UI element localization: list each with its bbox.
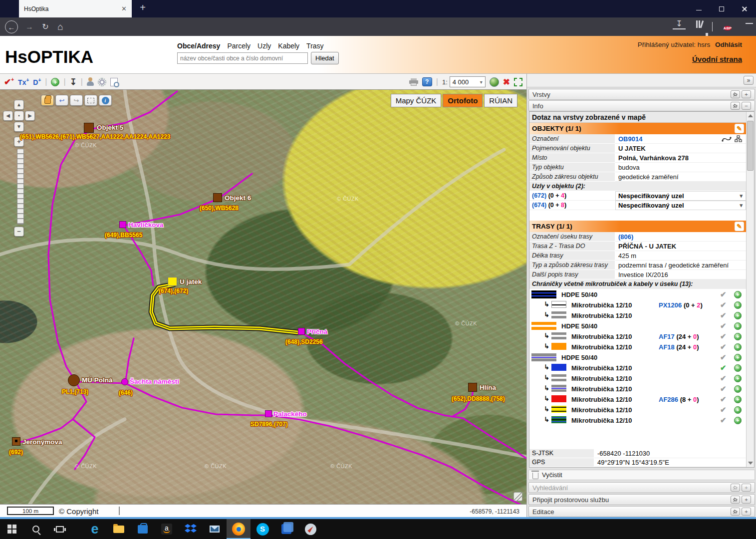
pin-icon[interactable] [731, 484, 740, 492]
zoom-out-button[interactable]: − [14, 227, 24, 237]
marker-hlina[interactable] [468, 383, 477, 392]
user-tool-icon[interactable] [87, 77, 94, 86]
globe-icon[interactable] [490, 77, 499, 87]
add-circle-icon[interactable]: + [734, 385, 742, 393]
add-circle-icon[interactable]: + [734, 301, 742, 309]
panel-pripojit[interactable]: Připojit prostorovou službu + [528, 494, 755, 505]
expand-button[interactable]: + [742, 90, 751, 98]
home-icon[interactable]: ⌂ [54, 20, 67, 33]
panel-vyhledavani[interactable]: Vyhledávání + [528, 482, 755, 493]
taskbar-firefox[interactable] [227, 519, 251, 539]
pin-icon[interactable] [731, 102, 740, 110]
collapse-panel-button[interactable]: − [742, 102, 751, 110]
marker-objekt-6[interactable] [213, 193, 222, 202]
back-icon[interactable]: ← [5, 20, 18, 33]
pan-center-button[interactable]: ▪ [14, 111, 24, 121]
pan-right-button[interactable]: ▶ [25, 111, 35, 121]
visibility-check-icon[interactable]: ✔ [720, 321, 727, 330]
new-tab-button[interactable]: + [136, 2, 150, 13]
visibility-check-icon[interactable]: ✔ [720, 290, 727, 299]
zoom-slider[interactable] [17, 149, 24, 225]
view-forward-button[interactable]: ↪ [70, 95, 83, 106]
cable-link[interactable]: AF286 [659, 396, 678, 403]
taskbar-dropbox[interactable] [179, 519, 203, 539]
add-circle-icon[interactable]: + [734, 343, 742, 351]
logout-link[interactable]: Odhlásit [715, 41, 742, 48]
expand-button[interactable]: + [742, 508, 751, 516]
window-close-button[interactable] [733, 0, 756, 17]
map-resize-handle[interactable] [513, 492, 522, 501]
object-id-link[interactable]: OB9014 [618, 135, 642, 143]
window-minimize-button[interactable] [687, 0, 710, 17]
basemap-ruian[interactable]: RÚIAN [484, 94, 517, 107]
remove-circle-icon[interactable]: − [734, 364, 742, 372]
add-circle-icon[interactable]: + [734, 333, 742, 340]
measure-tool-button[interactable] [84, 95, 97, 106]
visibility-check-icon[interactable]: ✔ [720, 395, 727, 404]
add-circle-icon[interactable]: + [734, 375, 742, 382]
sidebar-collapse-button[interactable]: » [744, 76, 754, 85]
add-text-icon[interactable]: Tx+ [18, 77, 29, 86]
marker-havlickova[interactable] [119, 221, 126, 228]
marker-u-jatek[interactable] [168, 277, 177, 286]
window-maximize-button[interactable] [710, 0, 733, 17]
browser-tab[interactable]: HsOptika ✕ [19, 0, 132, 17]
marker-objekt-5[interactable] [84, 123, 94, 133]
taskbar-skype[interactable]: S [251, 519, 274, 539]
print-icon[interactable] [409, 78, 418, 86]
cable-link[interactable]: AF17 [659, 333, 675, 340]
basemap-mapy-cuzk[interactable]: Mapy ČÚZK [391, 94, 442, 107]
view-back-button[interactable]: ↩ [55, 95, 68, 106]
marker-mu-polna[interactable] [68, 374, 80, 386]
marker-jeronymova[interactable] [12, 437, 20, 446]
nav-kabely[interactable]: Kabely [278, 42, 299, 50]
pan-tool-button[interactable] [41, 95, 54, 106]
marker-sachta-namesti[interactable] [121, 378, 128, 385]
taskbar-search-button[interactable] [24, 519, 48, 539]
node-id-link[interactable]: (672) [532, 192, 546, 199]
cable-link[interactable]: AF18 [659, 343, 675, 351]
scale-select[interactable]: 4 000 ▾ [450, 76, 486, 87]
add-circle-icon[interactable]: + [734, 406, 742, 414]
node-type-select[interactable]: Nespecifikovaný uzel▾ [615, 191, 746, 201]
sidebar-toggle-icon[interactable] [706, 20, 719, 33]
panel-info[interactable]: Info − [528, 100, 755, 111]
downloads-icon[interactable]: ↧ [673, 20, 686, 29]
edit-route-button[interactable]: ✎ [735, 222, 744, 231]
add-circle-icon[interactable]: + [734, 354, 742, 361]
expand-button[interactable]: + [742, 484, 751, 492]
nav-uzly[interactable]: Uzly [257, 42, 271, 50]
visibility-check-icon[interactable]: ✔ [720, 405, 727, 414]
pan-up-button[interactable]: ▲ [14, 100, 24, 110]
taskbar-edge[interactable]: e [83, 519, 107, 539]
help-icon[interactable]: ? [422, 77, 432, 86]
library-icon[interactable] [690, 20, 703, 33]
menu-icon[interactable] [739, 20, 752, 33]
task-view-button[interactable] [48, 519, 72, 539]
add-detail-icon[interactable]: D+ [33, 77, 41, 86]
reload-icon[interactable]: ↻ [39, 20, 52, 33]
adblock-icon[interactable]: ABP [721, 20, 734, 33]
pin-icon[interactable] [731, 496, 740, 504]
start-button[interactable] [0, 519, 24, 539]
cable-link[interactable]: PX1206 [659, 301, 682, 309]
hierarchy-icon[interactable] [735, 135, 742, 142]
clear-selection-icon[interactable]: ✖ [503, 77, 510, 87]
export-icon[interactable]: ↧ [70, 77, 77, 87]
basemap-ortofoto[interactable]: Ortofoto [443, 94, 483, 107]
search-input[interactable] [177, 52, 308, 64]
add-circle-icon[interactable]: + [734, 312, 742, 319]
pin-icon[interactable] [731, 90, 740, 98]
info-tool-button[interactable]: i [99, 95, 112, 106]
panel-vrstvy[interactable]: Vrstvy + [528, 89, 755, 100]
pan-left-button[interactable]: ◀ [3, 111, 13, 121]
visibility-check-icon[interactable]: ✔ [720, 342, 727, 351]
scroll-thumb[interactable] [747, 121, 754, 171]
panel-editace[interactable]: Editace + [528, 506, 755, 517]
vycistit-button[interactable]: Vyčistit [528, 470, 755, 480]
pin-icon[interactable] [731, 508, 740, 516]
pan-down-button[interactable]: ▼ [14, 122, 24, 132]
visibility-check-icon[interactable]: ✔ [720, 374, 727, 383]
map-canvas[interactable]: ▲ ◀ ▪ ▶ ▼ + − ↩ ↪ i Mapy ČÚZK Ortofoto R… [0, 90, 526, 504]
visibility-check-icon[interactable]: ✔ [720, 332, 727, 341]
